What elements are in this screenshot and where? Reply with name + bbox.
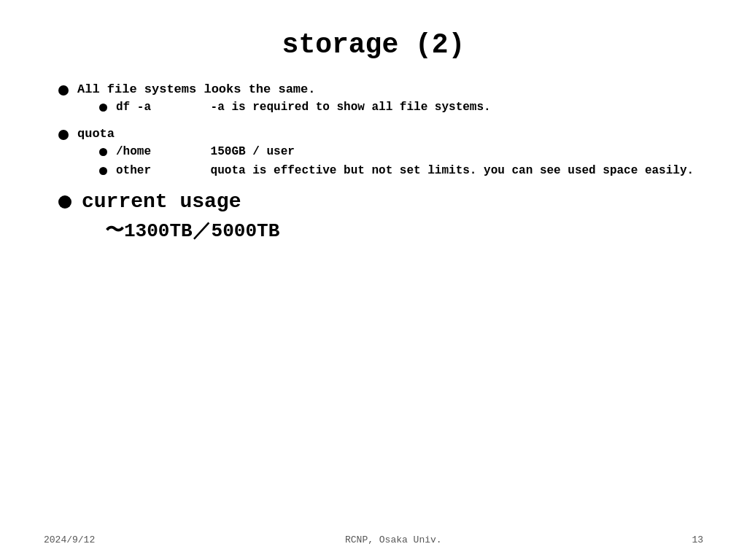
current-usage-section: current usage 〜1300TB／5000TB <box>58 190 703 243</box>
footer-date: 2024/9/12 <box>44 534 95 545</box>
bullet1-content: All file systems looks the same. df -a -… <box>77 82 703 120</box>
bullet1-sub1-keyword: df -a <box>116 101 204 114</box>
slide-title: storage (2) <box>44 29 703 61</box>
bullet2-sub1-desc: 150GB / user <box>211 145 295 158</box>
bullet2-sublist: /home 150GB / user other quota is effect… <box>77 145 703 177</box>
bullet2-item: quota /home 150GB / user ot <box>58 127 703 183</box>
bullet2-sub2-dot <box>99 167 107 175</box>
bullet2-dot <box>58 130 69 140</box>
bullet1-sublist: df -a -a is required to show all file sy… <box>77 101 703 114</box>
bullet1-item: All file systems looks the same. df -a -… <box>58 82 703 120</box>
bullet2-sub2-keyword: other <box>116 164 204 177</box>
bullet2-sub2-item: other quota is effective but not set lim… <box>99 164 703 177</box>
bullet2-sub2-desc: quota is effective but not set limits. y… <box>211 164 694 177</box>
slide-content: All file systems looks the same. df -a -… <box>44 82 703 243</box>
slide: storage (2) All file systems looks the s… <box>0 0 747 560</box>
main-list: All file systems looks the same. df -a -… <box>58 82 703 183</box>
bullet2-sub1-dot <box>99 148 107 156</box>
bullet2-sub1-keyword: /home <box>116 145 204 158</box>
bullet1-dot <box>58 85 69 96</box>
footer-center: RCNP, Osaka Univ. <box>345 534 442 545</box>
footer: 2024/9/12 RCNP, Osaka Univ. 13 <box>0 534 747 545</box>
bullet1-sub1-item: df -a -a is required to show all file sy… <box>99 101 703 114</box>
bullet1-sub1-dot <box>99 104 107 112</box>
current-usage-text: current usage <box>82 190 241 213</box>
bullet2-content: quota /home 150GB / user ot <box>77 127 703 183</box>
bullet1-text: All file systems looks the same. <box>77 82 315 96</box>
current-usage-dot <box>58 195 71 209</box>
current-usage-label: current usage <box>58 190 703 213</box>
bullet2-sub1-content: /home 150GB / user <box>116 145 703 158</box>
footer-page: 13 <box>692 534 703 545</box>
bullet2-sub2-content: other quota is effective but not set lim… <box>116 164 703 177</box>
bullet2-sub1-item: /home 150GB / user <box>99 145 703 158</box>
bullet1-sub1-content: df -a -a is required to show all file sy… <box>116 101 703 114</box>
usage-value: 〜1300TB／5000TB <box>58 217 703 243</box>
bullet2-text: quota <box>77 127 115 141</box>
bullet1-sub1-desc: -a is required to show all file systems. <box>211 101 491 114</box>
